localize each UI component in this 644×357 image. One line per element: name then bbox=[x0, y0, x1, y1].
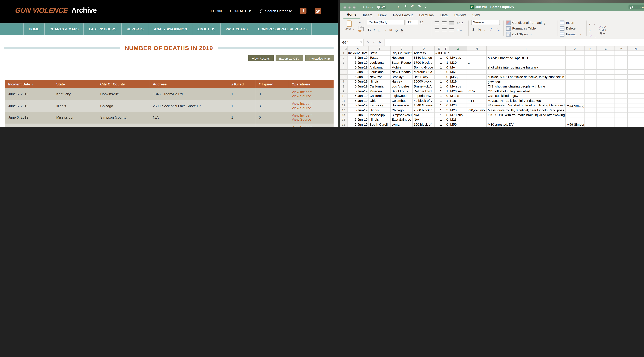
cell-K1[interactable] bbox=[584, 51, 596, 55]
cell-F10[interactable]: 0 bbox=[443, 93, 449, 98]
view-incident-link[interactable]: View Incident bbox=[292, 90, 334, 94]
decimal-buttons[interactable]: ←.0.00 bbox=[489, 27, 492, 31]
cell-D11[interactable]: 40 block of V bbox=[412, 98, 434, 103]
cell-G1[interactable] bbox=[449, 51, 467, 55]
cell-A13[interactable]: 6-Jun-19 bbox=[347, 108, 369, 113]
cell-G2[interactable]: MA sus bbox=[449, 55, 467, 60]
cell-D6[interactable]: Belt Pkwy bbox=[412, 74, 434, 79]
bold-button[interactable]: B bbox=[368, 28, 371, 32]
align-middle-icon[interactable] bbox=[442, 21, 446, 24]
row-header-1[interactable]: 1 bbox=[340, 51, 347, 55]
cell-D3[interactable]: 6700 block o bbox=[412, 60, 434, 65]
cell-H8[interactable] bbox=[467, 84, 487, 89]
cell-J5[interactable] bbox=[566, 70, 584, 74]
cell-D1[interactable]: Address bbox=[412, 51, 434, 55]
paste-clipboard-icon[interactable] bbox=[347, 20, 352, 27]
cell-L10[interactable] bbox=[597, 93, 615, 98]
row-header-8[interactable]: 8 bbox=[340, 84, 347, 89]
cell-A11[interactable]: 6-Jun-19 bbox=[347, 98, 369, 103]
paste-button[interactable]: Paste ⌄ bbox=[342, 27, 356, 30]
cell-N2[interactable] bbox=[627, 55, 644, 60]
enter-icon[interactable]: ✓ bbox=[373, 40, 376, 44]
cell-E9[interactable]: 1 bbox=[434, 89, 443, 94]
borders-icon[interactable]: ⊞ bbox=[389, 28, 392, 32]
cell-I4[interactable]: shot while interrupting car burglary bbox=[487, 65, 566, 70]
ribbon-tab-data[interactable]: Data bbox=[437, 13, 451, 18]
cancel-icon[interactable]: ✕ bbox=[367, 40, 370, 44]
cell-M14[interactable] bbox=[615, 113, 627, 117]
cell-E6[interactable]: 1 bbox=[434, 74, 443, 79]
font-color-icon[interactable]: A bbox=[401, 28, 403, 32]
cell-H12[interactable] bbox=[467, 103, 487, 108]
cell-N4[interactable] bbox=[627, 65, 644, 70]
cell-J7[interactable] bbox=[566, 79, 584, 84]
sort-filter-button[interactable]: A Z▽Sort & Filter bbox=[597, 25, 608, 35]
cell-L4[interactable] bbox=[597, 65, 615, 70]
row-header-11[interactable]: 11 bbox=[340, 98, 347, 103]
view-source-link[interactable]: View Source bbox=[292, 118, 334, 122]
cell-J2[interactable] bbox=[566, 55, 584, 60]
cell-H3[interactable]: a bbox=[467, 60, 487, 65]
cell-B9[interactable]: Missouri bbox=[369, 89, 390, 94]
row-header-3[interactable]: 3 bbox=[340, 60, 347, 65]
cell-H7[interactable] bbox=[467, 79, 487, 84]
cell-C3[interactable]: Baton Rouge bbox=[390, 60, 413, 65]
cell-L8[interactable] bbox=[597, 84, 615, 89]
cell-K16[interactable] bbox=[584, 122, 596, 127]
cell-B12[interactable]: Kentucky bbox=[369, 103, 390, 108]
cell-G11[interactable]: F15 bbox=[449, 98, 467, 103]
cell-C16[interactable]: Lyman bbox=[390, 122, 413, 127]
cell-D7[interactable]: 16000 block bbox=[412, 79, 434, 84]
format-cells-button[interactable]: Format⌄ bbox=[560, 31, 584, 37]
cell-I17[interactable]: AR taco truck owner robbed at truck near… bbox=[487, 127, 566, 127]
column-header-H[interactable]: H bbox=[467, 46, 487, 51]
cell-H2[interactable] bbox=[467, 55, 487, 60]
italic-button[interactable]: I bbox=[374, 28, 375, 32]
cell-J6[interactable] bbox=[566, 74, 584, 79]
cell-B4[interactable]: Alabama bbox=[369, 65, 390, 70]
cell-L14[interactable] bbox=[597, 113, 615, 117]
column-header-M[interactable]: M bbox=[615, 46, 627, 51]
cell-I2[interactable]: MA vic unharmed. Apt DGU bbox=[487, 55, 566, 60]
grow-font-icon[interactable]: A^ bbox=[419, 20, 423, 24]
cell-F17[interactable]: 0 bbox=[443, 127, 449, 127]
cell-M9[interactable] bbox=[615, 89, 627, 94]
cell-B7[interactable]: Illinois bbox=[369, 79, 390, 84]
cell-M12[interactable] bbox=[615, 103, 627, 108]
cell-N8[interactable] bbox=[627, 84, 644, 89]
cell-G5[interactable]: M61 bbox=[449, 70, 467, 74]
cell-N12[interactable] bbox=[627, 103, 644, 108]
cell-F12[interactable]: 0 bbox=[443, 103, 449, 108]
align-top-icon[interactable] bbox=[434, 21, 439, 24]
row-header-15[interactable]: 15 bbox=[340, 117, 347, 122]
cell-N16[interactable] bbox=[627, 122, 644, 127]
cell-M15[interactable] bbox=[615, 117, 627, 122]
cell-K15[interactable] bbox=[584, 117, 596, 122]
column-header--injured[interactable]: # Injured bbox=[256, 80, 288, 88]
cell-D17[interactable]: 13501 S Post bbox=[412, 127, 434, 127]
cell-K17[interactable] bbox=[584, 127, 596, 127]
ribbon-tab-formulas[interactable]: Formulas bbox=[416, 13, 437, 18]
cell-J1[interactable] bbox=[566, 51, 584, 55]
cell-I5[interactable] bbox=[487, 70, 566, 74]
nav-item-charts-maps[interactable]: CHARTS & MAPS bbox=[44, 23, 84, 35]
cell-K4[interactable] bbox=[584, 65, 596, 70]
merge-center-icon[interactable]: ⊟⌄ bbox=[457, 28, 462, 34]
cell-G14[interactable]: M70 sus bbox=[449, 113, 467, 117]
column-header-address[interactable]: Address bbox=[150, 80, 228, 88]
underline-button[interactable]: U bbox=[378, 28, 380, 32]
cell-G7[interactable]: M19 bbox=[449, 79, 467, 84]
cell-C9[interactable]: Saint Louis bbox=[390, 89, 413, 94]
cell-A3[interactable]: 6-Jun-19 bbox=[347, 60, 369, 65]
column-header-E[interactable]: E bbox=[434, 46, 443, 51]
cell-M11[interactable] bbox=[615, 98, 627, 103]
row-header-12[interactable]: 12 bbox=[340, 103, 347, 108]
cell-K8[interactable] bbox=[584, 84, 596, 89]
view-incident-link[interactable]: View Incident bbox=[292, 101, 334, 106]
cell-E16[interactable]: 1 bbox=[434, 122, 443, 127]
underline-chevron-icon[interactable]: ⌄ bbox=[384, 29, 386, 31]
column-header-B[interactable]: B bbox=[369, 46, 390, 51]
cell-B3[interactable]: Louisiana bbox=[369, 60, 390, 65]
row-header-6[interactable]: 6 bbox=[340, 74, 347, 79]
sort-desc-icon[interactable]: ▼ bbox=[32, 83, 34, 86]
